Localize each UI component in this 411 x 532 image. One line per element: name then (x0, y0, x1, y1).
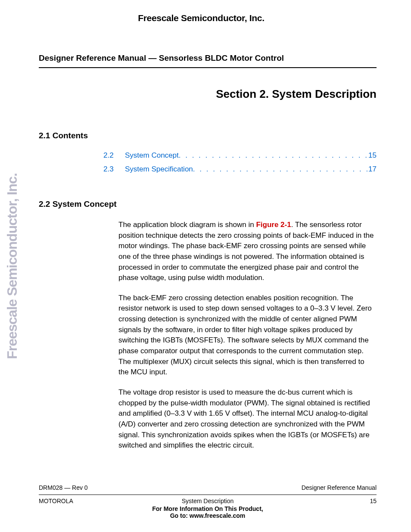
footer-row-top: DRM028 — Rev 0 Designer Reference Manual (39, 484, 377, 491)
manual-type: Designer Reference Manual (302, 484, 377, 491)
document-title: Designer Reference Manual — Sensorless B… (26, 53, 377, 63)
toc-dots: . . . . . . . . . . . . . . . . . . . . … (179, 151, 367, 160)
para1-part-a: The application block diagram is shown i… (118, 221, 256, 229)
toc-dots: . . . . . . . . . . . . . . . . . . . . … (193, 165, 367, 174)
doc-id: DRM028 — Rev 0 (39, 484, 88, 491)
footer-vendor: MOTOROLA (39, 498, 78, 504)
page-footer: DRM028 — Rev 0 Designer Reference Manual… (39, 484, 377, 519)
toc-row[interactable]: 2.3 System Specification . . . . . . . .… (103, 165, 377, 174)
contents-heading: 2.1 Contents (26, 131, 377, 140)
footer-center: System Description For More Information … (78, 498, 338, 519)
footer-more-info-2: Go to: www.freescale.com (78, 512, 338, 519)
header-company: Freescale Semiconductor, Inc. (26, 13, 377, 23)
footer-row-bottom: MOTOROLA System Description For More Inf… (39, 498, 377, 519)
title-divider (39, 67, 377, 68)
figure-link[interactable]: Figure 2-1 (256, 221, 291, 229)
toc-label: System Specification (125, 165, 193, 174)
section-title: Section 2. System Description (26, 87, 377, 101)
body-text: The application block diagram is shown i… (26, 220, 377, 451)
para1-part-b: . The sensorless rotor position techniqu… (118, 221, 374, 282)
paragraph-1: The application block diagram is shown i… (118, 220, 374, 283)
system-concept-heading: 2.2 System Concept (26, 199, 377, 209)
paragraph-3: The voltage drop resistor is used to mea… (118, 387, 374, 451)
toc-page: 17 (368, 165, 377, 174)
footer-page-num: 15 (338, 498, 377, 504)
toc-page: 15 (368, 151, 377, 160)
toc-label: System Concept (125, 151, 179, 160)
page-content: Freescale Semiconductor, Inc. Designer R… (0, 0, 411, 532)
toc-number: 2.3 (103, 165, 116, 174)
toc-row[interactable]: 2.2 System Concept . . . . . . . . . . .… (103, 151, 377, 160)
toc-container: 2.2 System Concept . . . . . . . . . . .… (26, 151, 377, 174)
paragraph-2: The back-EMF zero crossing detection ena… (118, 293, 374, 378)
footer-more-info-1: For More Information On This Product, (78, 505, 338, 512)
footer-chapter: System Description (78, 498, 338, 504)
footer-divider (39, 495, 377, 495)
toc-number: 2.2 (103, 151, 116, 160)
